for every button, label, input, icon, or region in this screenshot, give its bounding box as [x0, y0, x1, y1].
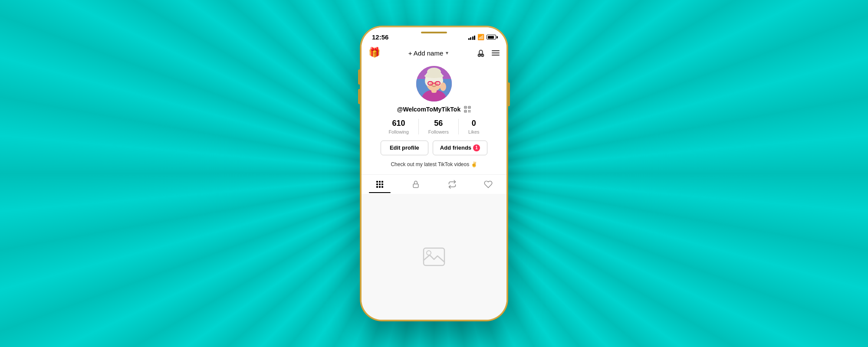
tab-grid[interactable] — [362, 176, 398, 193]
avatar — [416, 66, 452, 101]
screen: 12:56 📶 — [362, 27, 506, 320]
bio-text: Check out my latest TikTok videos ✌️ — [382, 161, 486, 167]
tabs-row — [362, 174, 506, 194]
lock-icon — [411, 180, 420, 189]
svg-point-12 — [427, 68, 441, 76]
top-right-icons — [476, 48, 500, 58]
grid-icon — [376, 181, 383, 188]
content-area — [362, 194, 506, 320]
add-name-label: + Add name — [408, 49, 443, 57]
stat-followers[interactable]: 56 Followers — [419, 119, 459, 134]
svg-point-31 — [427, 251, 431, 255]
likes-label: Likes — [468, 129, 480, 134]
svg-rect-23 — [469, 107, 470, 108]
svg-rect-26 — [470, 110, 470, 111]
action-buttons: Edit profile Add friends 1 — [381, 141, 487, 155]
empty-image-icon — [423, 247, 445, 266]
empty-state — [423, 247, 445, 266]
tab-liked[interactable] — [470, 175, 507, 194]
tab-locked[interactable] — [398, 175, 434, 194]
speaker — [421, 32, 447, 33]
edit-profile-button[interactable]: Edit profile — [381, 141, 428, 155]
phone-wrapper: 12:56 📶 — [360, 26, 508, 321]
tab-repost[interactable] — [434, 175, 470, 194]
username-text: @WelcomToMyTikTok — [397, 106, 460, 113]
svg-rect-29 — [413, 184, 418, 187]
svg-rect-24 — [465, 111, 466, 112]
signal-icon — [468, 35, 476, 40]
svg-point-18 — [440, 82, 446, 91]
svg-rect-27 — [468, 111, 469, 112]
repost-icon — [448, 180, 457, 189]
add-friends-button[interactable]: Add friends 1 — [433, 141, 487, 155]
wifi-icon: 📶 — [477, 34, 484, 40]
phone-inner: 12:56 📶 — [362, 27, 506, 320]
svg-rect-22 — [465, 107, 466, 108]
username-row: @WelcomToMyTikTok — [397, 106, 471, 113]
phone-notch — [414, 27, 454, 38]
following-count: 610 — [392, 119, 405, 128]
svg-rect-17 — [435, 82, 440, 85]
heart-icon — [484, 180, 493, 189]
status-time: 12:56 — [372, 33, 388, 41]
chevron-down-icon: ▾ — [446, 50, 448, 56]
svg-rect-25 — [468, 110, 469, 111]
battery-icon — [487, 35, 496, 39]
followers-label: Followers — [428, 129, 449, 134]
stats-row: 610 Following 56 Followers 0 Likes — [368, 119, 500, 134]
qr-code-icon[interactable] — [464, 106, 471, 113]
status-icons: 📶 — [468, 34, 496, 40]
gift-icon: 🎁 — [368, 47, 381, 59]
stat-likes[interactable]: 0 Likes — [459, 119, 489, 134]
profile-section: @WelcomToMyTikTok — [362, 63, 506, 174]
stat-following[interactable]: 610 Following — [379, 119, 418, 134]
svg-rect-16 — [428, 82, 433, 85]
audio-icon[interactable] — [476, 48, 486, 58]
following-label: Following — [388, 129, 408, 134]
followers-count: 56 — [434, 119, 443, 128]
notification-badge: 1 — [473, 144, 480, 151]
phone-frame: 12:56 📶 — [360, 26, 508, 321]
top-nav: 🎁 + Add name ▾ — [362, 44, 506, 63]
svg-rect-30 — [424, 248, 444, 265]
svg-rect-28 — [470, 111, 470, 112]
add-name-button[interactable]: + Add name ▾ — [408, 49, 448, 57]
menu-icon[interactable] — [492, 50, 500, 56]
likes-count: 0 — [472, 119, 476, 128]
